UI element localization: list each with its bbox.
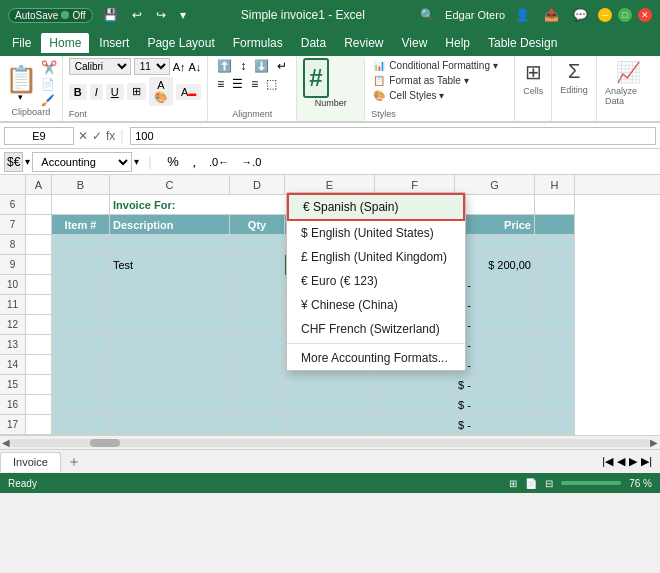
col-header-g[interactable]: G	[455, 175, 535, 194]
cell-c17[interactable]	[110, 415, 230, 435]
row-number-15[interactable]: 15	[0, 375, 26, 395]
cell-f15[interactable]	[375, 375, 455, 395]
dropdown-item-spanish[interactable]: € Spanish (Spain)	[287, 193, 465, 221]
increase-decimal-button[interactable]: →.0	[237, 154, 265, 170]
cell-d11[interactable]	[230, 295, 285, 315]
comments-icon[interactable]: 💬	[569, 6, 592, 24]
cell-b10[interactable]	[52, 275, 110, 295]
align-left-icon[interactable]: ≡	[214, 76, 227, 92]
cell-g14[interactable]: $ -	[455, 355, 535, 375]
row-number-11[interactable]: 11	[0, 295, 26, 315]
cell-b15[interactable]	[52, 375, 110, 395]
close-button[interactable]: ✕	[638, 8, 652, 22]
align-middle-icon[interactable]: ↕️	[237, 58, 249, 74]
page-layout-icon[interactable]: 📄	[525, 478, 537, 489]
cell-a15[interactable]	[26, 375, 52, 395]
cell-b6[interactable]	[52, 195, 110, 215]
cell-h14[interactable]	[535, 355, 575, 375]
align-center-icon[interactable]: ☰	[229, 76, 246, 92]
col-header-c[interactable]: C	[110, 175, 230, 194]
cell-h10[interactable]	[535, 275, 575, 295]
cell-a8[interactable]	[26, 235, 52, 255]
cell-g9[interactable]: $ 200,00	[455, 255, 535, 275]
cell-h6[interactable]	[535, 195, 575, 215]
share-icon[interactable]: 📤	[540, 6, 563, 24]
search-icon[interactable]: 🔍	[416, 6, 439, 24]
page-nav-prev[interactable]: ◀	[617, 455, 625, 468]
cell-e17[interactable]	[285, 415, 375, 435]
paste-button[interactable]: 📋 ▾	[5, 66, 37, 102]
menu-home[interactable]: Home	[41, 33, 89, 53]
cell-a13[interactable]	[26, 335, 52, 355]
col-header-a[interactable]: A	[26, 175, 52, 194]
cell-d7[interactable]: Qty	[230, 215, 285, 235]
cell-c10[interactable]	[110, 275, 230, 295]
cell-g12[interactable]: $ -	[455, 315, 535, 335]
cell-b11[interactable]	[52, 295, 110, 315]
cell-b13[interactable]	[52, 335, 110, 355]
cell-g15[interactable]: $ -	[455, 375, 535, 395]
row-number-7[interactable]: 7	[0, 215, 26, 235]
cell-h13[interactable]	[535, 335, 575, 355]
dropdown-item-english-us[interactable]: $ English (United States)	[287, 221, 465, 245]
cell-b17[interactable]	[52, 415, 110, 435]
dropdown-item-more[interactable]: More Accounting Formats...	[287, 346, 465, 370]
cell-c16[interactable]	[110, 395, 230, 415]
italic-button[interactable]: I	[90, 84, 103, 100]
scroll-thumb[interactable]	[90, 439, 120, 447]
format-as-table-button[interactable]: 📋 Format as Table ▾	[371, 73, 508, 88]
insert-function-icon[interactable]: fx	[106, 129, 115, 143]
cell-e16[interactable]	[285, 395, 375, 415]
dropdown-item-euro[interactable]: € Euro (€ 123)	[287, 269, 465, 293]
scroll-right-icon[interactable]: ▶	[650, 437, 658, 448]
row-number-8[interactable]: 8	[0, 235, 26, 255]
cell-a6[interactable]	[26, 195, 52, 215]
dropdown-item-chinese[interactable]: ¥ Chinese (China)	[287, 293, 465, 317]
merge-cells-icon[interactable]: ⬚	[263, 76, 280, 92]
cell-d12[interactable]	[230, 315, 285, 335]
accounting-format-select[interactable]: Accounting	[32, 152, 132, 172]
align-top-icon[interactable]: ⬆️	[214, 58, 235, 74]
font-name-select[interactable]: Calibri	[69, 58, 131, 75]
menu-formulas[interactable]: Formulas	[225, 33, 291, 53]
row-number-14[interactable]: 14	[0, 355, 26, 375]
cell-h7[interactable]	[535, 215, 575, 235]
cell-styles-button[interactable]: 🎨 Cell Styles ▾	[371, 88, 508, 103]
row-number-9[interactable]: 9	[0, 255, 26, 275]
autosave-toggle[interactable]: AutoSave Off	[8, 8, 93, 23]
cell-b14[interactable]	[52, 355, 110, 375]
cell-b16[interactable]	[52, 395, 110, 415]
format-painter-icon[interactable]: 🖌️	[41, 94, 57, 107]
cell-d10[interactable]	[230, 275, 285, 295]
cell-c11[interactable]	[110, 295, 230, 315]
page-nav-first[interactable]: |◀	[602, 455, 613, 468]
menu-page-layout[interactable]: Page Layout	[139, 33, 222, 53]
cell-d14[interactable]	[230, 355, 285, 375]
cell-c12[interactable]	[110, 315, 230, 335]
undo-icon[interactable]: ↩	[128, 6, 146, 24]
row-number-6[interactable]: 6	[0, 195, 26, 215]
sheet-tab-invoice[interactable]: Invoice	[0, 452, 61, 472]
menu-help[interactable]: Help	[437, 33, 478, 53]
page-nav-last[interactable]: ▶|	[641, 455, 652, 468]
font-color-button[interactable]: A▬	[176, 84, 201, 100]
row-number-16[interactable]: 16	[0, 395, 26, 415]
cell-f16[interactable]	[375, 395, 455, 415]
cell-c9[interactable]: Test	[110, 255, 230, 275]
underline-button[interactable]: U	[106, 84, 124, 100]
cell-g8[interactable]: $	[455, 235, 535, 255]
cell-b8[interactable]	[52, 235, 110, 255]
cell-g6[interactable]	[455, 195, 535, 215]
menu-table-design[interactable]: Table Design	[480, 33, 565, 53]
row-number-10[interactable]: 10	[0, 275, 26, 295]
copy-icon[interactable]: 📄	[41, 78, 57, 91]
accounting-arrow[interactable]: ▾	[25, 156, 30, 167]
cell-d15[interactable]	[230, 375, 285, 395]
cell-a11[interactable]	[26, 295, 52, 315]
conditional-formatting-button[interactable]: 📊 Conditional Formatting ▾	[371, 58, 508, 73]
menu-data[interactable]: Data	[293, 33, 334, 53]
minimize-button[interactable]: ─	[598, 8, 612, 22]
decrease-decimal-button[interactable]: .0←	[205, 154, 233, 170]
cell-g10[interactable]: $ -	[455, 275, 535, 295]
zoom-slider[interactable]	[561, 481, 621, 485]
